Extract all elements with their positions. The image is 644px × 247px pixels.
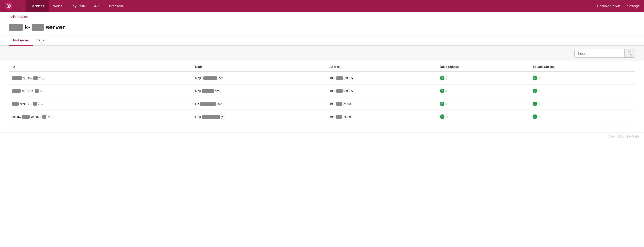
instances-table: ID Node Address Node Checks Service Chec…	[9, 61, 635, 123]
service-check-icon: ✓	[533, 76, 537, 80]
cell-node-checks[interactable]: ✓ 1	[437, 97, 530, 110]
search-input[interactable]	[574, 50, 624, 57]
filter-bar: 🔍	[0, 45, 644, 61]
breadcrumb-text: All Services	[11, 15, 28, 18]
cell-service-checks[interactable]: ✓ 1	[530, 71, 635, 84]
search-icon: 🔍	[628, 51, 632, 55]
cell-service-checks[interactable]: ✓ 1	[530, 110, 635, 123]
service-check-badge: ✓ 1	[533, 76, 540, 80]
node-check-badge: ✓ 1	[440, 89, 447, 93]
title-static-2: server	[46, 23, 65, 30]
search-box: 🔍	[574, 49, 635, 57]
service-title: k- server	[9, 23, 635, 31]
cell-address: 10.2 2:8085	[327, 97, 437, 110]
service-check-count: 1	[538, 89, 540, 93]
nav-item-intentions[interactable]: Intentions	[105, 0, 128, 12]
instances-table-container: ID Node Address Node Checks Service Chec…	[0, 61, 644, 123]
cell-id: er-10-22- 7-...	[9, 84, 192, 97]
nav-items: -l Services Nodes Key/Value ACL Intentio…	[16, 0, 597, 12]
service-check-badge: ✓ 1	[533, 101, 540, 106]
cell-id: er-10-2 71-...	[9, 71, 192, 84]
cell-service-checks[interactable]: ✓ 1	[530, 84, 635, 97]
tabs-bar: Instances Tags	[0, 35, 644, 45]
table-row: er-10-22- 7-... iZbp swZ 10.2 2:8085 ✓ 1	[9, 84, 635, 97]
cell-node-checks[interactable]: ✓ 1	[437, 71, 530, 84]
cell-node: iZbp lyZ	[192, 110, 327, 123]
node-check-badge: ✓ 1	[440, 76, 447, 80]
breadcrumb-bar: ‹ All Services	[0, 12, 644, 22]
node-check-icon: ✓	[440, 114, 444, 119]
node-check-icon: ✓	[440, 89, 444, 93]
col-id: ID	[9, 61, 192, 71]
service-check-count: 1	[538, 102, 540, 106]
title-blurred-2	[32, 23, 44, 31]
col-service-checks: Service Checks	[530, 61, 635, 71]
cell-service-checks[interactable]: ✓ 1	[530, 97, 635, 110]
node-check-icon: ✓	[440, 76, 444, 80]
documentation-link[interactable]: Documentation	[597, 4, 620, 8]
node-check-count: 1	[446, 89, 447, 93]
node-check-icon: ✓	[440, 101, 444, 106]
cell-address: 10.2 2:8085	[327, 84, 437, 97]
table-row: nder-10-2 9-... iZb lsxZ 10.2 2:8085 ✓ 1	[9, 97, 635, 110]
service-check-badge: ✓ 1	[533, 89, 540, 93]
breadcrumb-link[interactable]: ‹ All Services	[9, 15, 28, 18]
title-blurred-1	[9, 23, 23, 31]
search-button[interactable]: 🔍	[624, 49, 635, 57]
cell-id: cloudw ver-10-2 71-...	[9, 110, 192, 123]
cell-address: 10.2 8:8085	[327, 110, 437, 123]
node-check-count: 1	[446, 76, 447, 80]
service-check-badge: ✓ 1	[533, 114, 540, 119]
node-check-count: 1	[446, 115, 447, 119]
footer: CSDN @天草二十六·简村人	[0, 132, 644, 141]
navbar: -l Services Nodes Key/Value ACL Intentio…	[0, 0, 644, 12]
navbar-right: Documentation Settings	[597, 4, 640, 8]
table-row: cloudw ver-10-2 71-... iZbp lyZ 10.2 8:8…	[9, 110, 635, 123]
nav-item-consul[interactable]: -l	[16, 0, 26, 12]
cell-node: iZbp1 lsvZ	[192, 71, 327, 84]
cell-address: 10.2 5:8085	[327, 71, 437, 84]
tab-instances[interactable]: Instances	[9, 35, 33, 45]
table-header-row: ID Node Address Node Checks Service Chec…	[9, 61, 635, 71]
node-check-count: 1	[446, 102, 447, 106]
service-check-count: 1	[538, 115, 540, 119]
footer-credit: CSDN @天草二十六·简村人	[609, 135, 640, 138]
col-address: Address	[327, 61, 437, 71]
service-check-count: 1	[538, 76, 540, 80]
service-title-bar: k- server	[0, 22, 644, 35]
settings-link[interactable]: Settings	[627, 4, 640, 8]
cell-id: nder-10-2 9-...	[9, 97, 192, 110]
col-node: Node	[192, 61, 327, 71]
nav-item-services[interactable]: Services	[26, 0, 48, 12]
cell-node: iZb lsxZ	[192, 97, 327, 110]
chevron-left-icon: ‹	[9, 15, 10, 18]
cell-node-checks[interactable]: ✓ 1	[437, 84, 530, 97]
cell-node-checks[interactable]: ✓ 1	[437, 110, 530, 123]
service-check-icon: ✓	[533, 101, 537, 106]
service-check-icon: ✓	[533, 89, 537, 93]
tab-tags[interactable]: Tags	[33, 35, 48, 45]
node-check-badge: ✓ 1	[440, 101, 447, 106]
nav-item-acl[interactable]: ACL	[90, 0, 105, 12]
title-static-1: k-	[24, 23, 30, 30]
cell-node: iZbp swZ	[192, 84, 327, 97]
table-row: er-10-2 71-... iZbp1 lsvZ 10.2 5:8085 ✓ …	[9, 71, 635, 84]
svg-point-1	[8, 5, 9, 6]
col-node-checks: Node Checks	[437, 61, 530, 71]
node-check-badge: ✓ 1	[440, 114, 447, 119]
nav-item-keyvalue[interactable]: Key/Value	[66, 0, 90, 12]
nav-item-nodes[interactable]: Nodes	[48, 0, 66, 12]
service-check-icon: ✓	[533, 114, 537, 119]
consul-logo[interactable]	[4, 2, 13, 10]
